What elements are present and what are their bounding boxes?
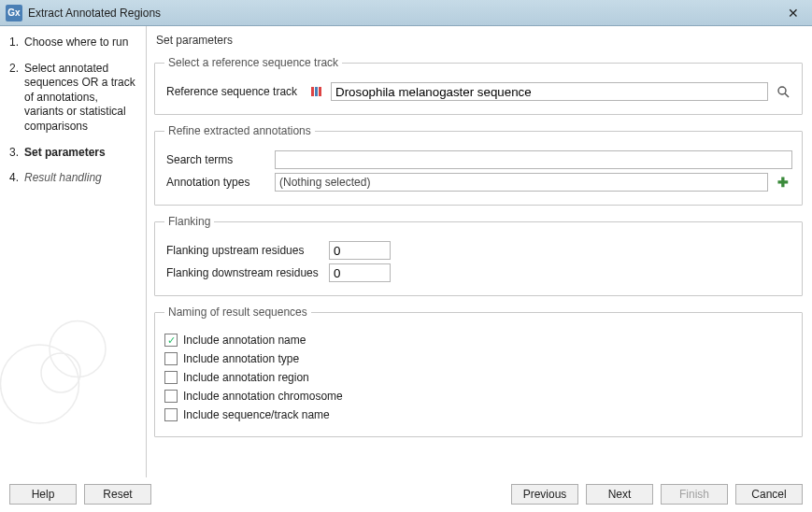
annotation-types-label: Annotation types [164,176,269,189]
checkbox-label: Include annotation chromosome [183,390,343,403]
checkbox[interactable] [164,334,178,347]
footer: Help Reset Previous Next Finish Cancel [0,477,812,511]
window-title: Extract Annotated Regions [28,7,775,20]
wizard-step-current[interactable]: 3. Set parameters [9,146,138,161]
checkbox[interactable] [164,352,178,365]
previous-button[interactable]: Previous [511,484,578,505]
titlebar: Gx Extract Annotated Regions ✕ [0,0,812,26]
reset-button[interactable]: Reset [84,484,151,505]
panel-title: Set parameters [156,34,803,47]
svg-line-4 [785,93,789,97]
refine-group: Refine extracted annotations Search term… [154,124,803,206]
checkbox-row[interactable]: Include annotation name [164,334,792,347]
checkbox[interactable] [164,390,178,403]
checkbox-row[interactable]: Include sequence/track name [164,408,792,421]
flanking-group: Flanking Flanking upstream residues Flan… [154,215,803,296]
wizard-step[interactable]: 1. Choose where to run [9,36,138,50]
naming-group: Naming of result sequences Include annot… [154,306,803,437]
watermark-icon [0,300,131,440]
checkbox[interactable] [164,408,178,421]
next-button[interactable]: Next [586,484,653,505]
wizard-step[interactable]: 4. Result handling [9,171,138,186]
wizard-step[interactable]: 2. Select annotated sequences OR a track… [9,62,138,135]
app-icon: Gx [6,5,22,21]
checkbox-label: Include annotation region [183,371,309,384]
reference-track-input[interactable] [331,82,768,101]
checkbox-row[interactable]: Include annotation chromosome [164,390,792,403]
cancel-button[interactable]: Cancel [735,484,803,505]
svg-point-0 [1,345,79,423]
search-terms-input[interactable] [275,150,792,169]
checkbox[interactable] [164,371,178,384]
flank-down-label: Flanking downstream residues [164,266,323,279]
svg-point-2 [41,353,80,392]
browse-icon[interactable] [774,82,792,101]
finish-button: Finish [661,484,728,505]
checkbox-label: Include annotation type [183,352,299,365]
help-button[interactable]: Help [9,484,77,505]
content-panel: Set parameters Select a reference sequen… [147,26,812,477]
wizard-sidebar: 1. Choose where to run 2. Select annotat… [0,26,147,477]
add-icon[interactable]: ✚ [774,173,792,192]
flank-down-input[interactable] [329,263,391,282]
close-icon[interactable]: ✕ [780,6,806,21]
checkbox-row[interactable]: Include annotation type [164,352,792,365]
flank-up-label: Flanking upstream residues [164,244,323,257]
reference-group: Select a reference sequence track Refere… [154,56,803,115]
svg-point-3 [778,87,786,94]
checkbox-label: Include annotation name [183,334,306,347]
checkbox-row[interactable]: Include annotation region [164,371,792,384]
reference-label: Reference sequence track [164,85,301,98]
checkbox-label: Include sequence/track name [183,408,330,421]
annotation-types-select[interactable]: (Nothing selected) [275,173,768,192]
track-icon [306,82,325,101]
search-terms-label: Search terms [164,153,269,166]
flank-up-input[interactable] [329,241,391,260]
